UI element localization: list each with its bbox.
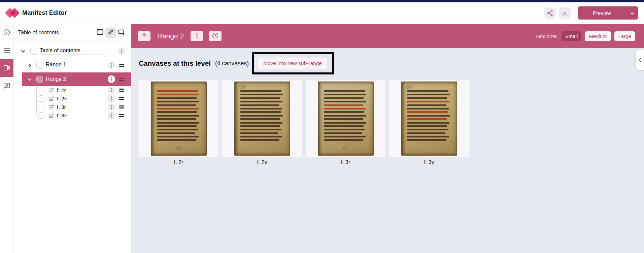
toc-add-range-button[interactable] <box>116 28 127 38</box>
canvas-kebab-button[interactable] <box>108 112 115 119</box>
root-checkbox[interactable] <box>30 48 37 55</box>
manifest-editor-app: Manifest Editor Preview <box>0 0 644 253</box>
canvas-drag-handle[interactable] <box>119 97 124 100</box>
toc-edit-button[interactable] <box>105 28 116 38</box>
share-icon <box>547 10 553 16</box>
toc-panel: Table of contents <box>13 24 131 253</box>
canvas-row-label: f. 2v <box>57 96 67 102</box>
chevron-left-icon: ‹ <box>639 55 641 65</box>
range-1-kebab-button[interactable] <box>108 62 115 69</box>
canvases-heading: Canvases at this level <box>139 59 211 67</box>
canvas-checkbox[interactable] <box>38 95 44 102</box>
canvas-row-label: f. 3r <box>57 104 66 110</box>
preview-split-button: Preview <box>578 6 638 20</box>
chevron-down-icon <box>630 10 634 16</box>
range-header-bar: Range 2 Grid size: <box>131 24 644 48</box>
range-1-checkbox[interactable] <box>36 62 43 69</box>
canvases-tab-button[interactable] <box>0 59 13 77</box>
canvas-label: f. 2r <box>139 159 218 165</box>
canvas-card[interactable]: 68 f. 3v <box>389 80 469 157</box>
tree-row-canvas[interactable]: f. 3v <box>13 111 131 120</box>
range-1-drag-handle[interactable] <box>119 64 124 67</box>
canvas-drag-handle[interactable] <box>119 89 124 92</box>
canvas-checkbox[interactable] <box>38 112 44 119</box>
tree-row-canvas[interactable]: f. 2r <box>13 86 131 94</box>
grid-size-small-button[interactable]: Small <box>562 31 582 41</box>
canvas-label: f. 3v <box>389 159 469 165</box>
go-up-button[interactable] <box>138 31 150 41</box>
canvas-thumbnail: 50 <box>234 82 290 156</box>
chevron-right-icon[interactable] <box>27 63 32 68</box>
tree-row-root[interactable]: Table of contents <box>13 44 131 58</box>
folio-number-note: 49 <box>151 145 206 151</box>
range-2-label[interactable]: Range 2 <box>46 76 66 82</box>
image-plus-icon <box>48 88 54 93</box>
preview-dropdown-button[interactable] <box>626 6 638 20</box>
canvas-kebab-button[interactable] <box>108 95 115 102</box>
canvas-row-label: f. 3v <box>57 113 67 119</box>
canvas-checkbox[interactable] <box>38 87 44 93</box>
workspace: Table of contents <box>0 24 644 253</box>
left-icon-rail <box>0 24 13 253</box>
collapse-right-panel-button[interactable]: ‹ <box>636 50 644 70</box>
annotation-icon <box>3 82 10 90</box>
folio-number-note: 68 <box>405 84 412 90</box>
panel-icon <box>97 29 103 36</box>
share-button[interactable] <box>544 7 556 19</box>
canvas-card[interactable]: 67 f. 3r <box>306 80 385 157</box>
root-label-input[interactable]: Table of contents <box>40 48 106 55</box>
toc-view-button[interactable] <box>95 28 105 38</box>
canvas-kebab-button[interactable] <box>108 87 115 94</box>
image-plus-icon <box>48 96 54 101</box>
canvas-label: f. 3r <box>306 159 385 165</box>
canvas-label: f. 2v <box>222 159 302 165</box>
root-kebab-button[interactable] <box>118 48 125 55</box>
chevron-down-icon[interactable] <box>27 77 32 82</box>
tree-row-canvas[interactable]: f. 3r <box>13 103 131 111</box>
grid-size-large-button[interactable]: Large <box>614 31 635 41</box>
download-icon <box>562 10 568 16</box>
chevron-down-icon[interactable] <box>21 49 25 54</box>
range-1-label-input[interactable]: Range 1 <box>46 62 105 69</box>
kebab-icon <box>196 33 198 39</box>
main-panel: Range 2 Grid size: <box>131 24 644 253</box>
download-button[interactable] <box>559 7 571 19</box>
list-tab-button[interactable] <box>0 45 13 57</box>
preview-button[interactable]: Preview <box>578 6 626 20</box>
canvas-panel-icon <box>3 64 10 72</box>
canvas-count: (4 canvases) <box>215 60 249 67</box>
folio-number-note: 50 <box>238 84 245 90</box>
folio-number-note: 67 <box>318 145 373 151</box>
toc-panel-header: Table of contents <box>13 24 131 41</box>
grid-size-label: Grid size: <box>536 33 557 39</box>
range-2-checkbox[interactable] <box>36 76 43 83</box>
range-2-kebab-button[interactable] <box>108 75 115 83</box>
canvas-thumbnail: 68 <box>401 82 457 156</box>
range-help-button[interactable] <box>209 31 222 41</box>
pencil-icon <box>108 29 114 36</box>
canvas-card[interactable]: 49 f. 2r <box>139 80 218 157</box>
canvas-row-label: f. 2r <box>57 87 66 93</box>
canvas-thumbnail: 49 <box>151 82 207 156</box>
canvas-drag-handle[interactable] <box>119 114 124 117</box>
canvas-card[interactable]: 50 f. 2v <box>222 80 302 157</box>
arrow-up-icon <box>142 33 146 39</box>
tree-row-range-2-selected[interactable]: Range 2 <box>22 72 131 86</box>
move-into-sub-range-button[interactable]: Move into new sub-range <box>258 58 327 69</box>
range-2-drag-handle[interactable] <box>119 78 124 81</box>
top-accent-strip <box>0 0 644 2</box>
range-kebab-button[interactable] <box>191 31 203 41</box>
toc-panel-title: Table of contents <box>18 30 95 36</box>
canvases-heading-row: Canvases at this level (4 canvases) Move… <box>139 52 644 74</box>
app-title: Manifest Editor <box>22 9 67 17</box>
info-tab-button[interactable] <box>0 27 13 39</box>
add-range-icon <box>118 29 125 36</box>
canvas-kebab-button[interactable] <box>108 103 115 111</box>
tree-row-range-1[interactable]: Range 1 <box>13 58 131 72</box>
canvas-drag-handle[interactable] <box>119 105 124 108</box>
grid-size-medium-button[interactable]: Medium <box>585 31 611 41</box>
annotations-tab-button[interactable] <box>0 80 13 92</box>
canvas-checkbox[interactable] <box>38 104 44 110</box>
range-title: Range 2 <box>157 32 184 40</box>
tree-row-canvas[interactable]: f. 2v <box>13 94 131 103</box>
